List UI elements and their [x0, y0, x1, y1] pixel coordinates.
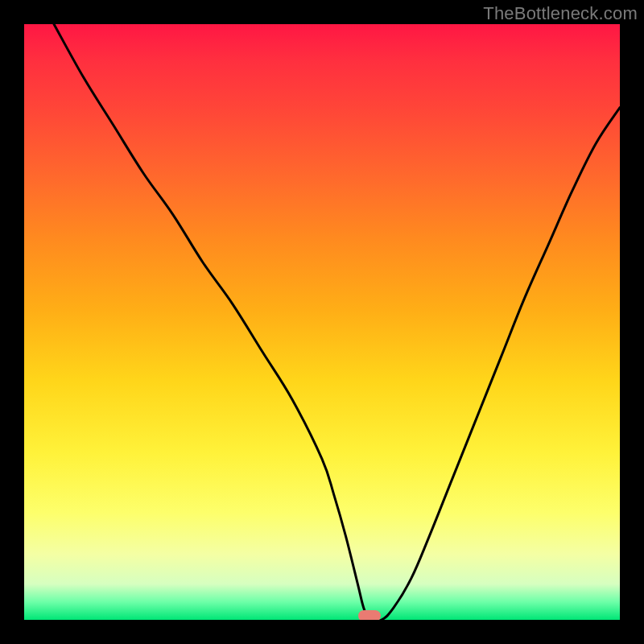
optimum-marker [358, 610, 381, 620]
chart-frame: TheBottleneck.com [0, 0, 644, 644]
heat-gradient-background [24, 24, 620, 620]
watermark-text: TheBottleneck.com [483, 3, 638, 24]
plot-area [24, 24, 620, 620]
